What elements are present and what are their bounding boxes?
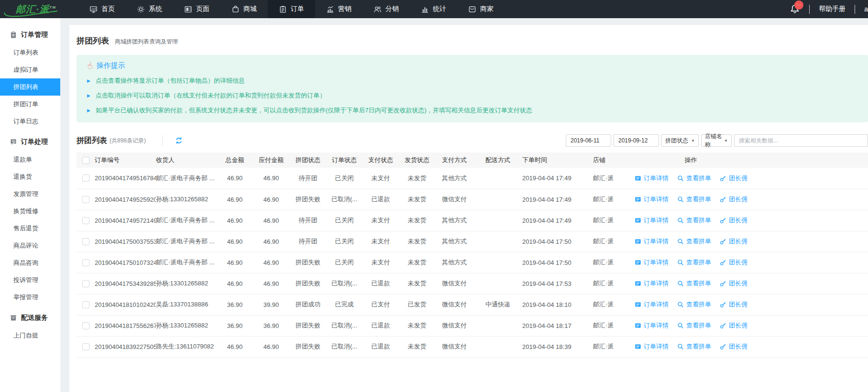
date-to-input[interactable]: [614, 134, 659, 147]
sidebar-entry[interactable]: 售后退货: [0, 220, 60, 237]
sidebar-entry[interactable]: 拼团列表: [0, 78, 60, 96]
group-status-select[interactable]: 拼团状态 ▼: [661, 134, 699, 147]
row-checkbox[interactable]: [82, 196, 89, 203]
order-detail-button[interactable]: 订单详情: [635, 321, 669, 330]
magnifier-icon: [677, 343, 684, 350]
delivery-method-cell: [473, 168, 522, 189]
row-checkbox[interactable]: [82, 322, 89, 329]
search-input[interactable]: [734, 134, 868, 147]
order-no-cell: 201904041817556267: [95, 315, 156, 336]
date-from-input[interactable]: [566, 134, 611, 147]
receiver-cell: 孙杨:13301265882: [156, 315, 217, 336]
sidebar-entry[interactable]: 商品评论: [0, 237, 60, 254]
nav-item[interactable]: 营销: [315, 0, 363, 18]
order-detail-button[interactable]: 订单详情: [635, 174, 669, 183]
order-detail-button[interactable]: 订单详情: [635, 195, 669, 204]
order-time-cell: 2019-04-04 18:10: [522, 294, 589, 315]
view-group-button[interactable]: 查看拼单: [677, 279, 711, 288]
view-group-button[interactable]: 查看拼单: [677, 216, 711, 225]
row-checkbox-cell: [77, 336, 95, 357]
sidebar-entry[interactable]: 上门自提: [0, 327, 60, 344]
view-group-button[interactable]: 查看拼单: [677, 300, 711, 309]
sidebar-entry[interactable]: 订单处理: [0, 130, 60, 151]
filler-cell: [747, 315, 868, 336]
notification-bell-icon[interactable]: ···: [790, 4, 800, 14]
shop-cell: 邮汇·派: [589, 315, 635, 336]
listing-title: 拼团列表: [77, 136, 107, 146]
sidebar-entry[interactable]: 退款单: [0, 151, 60, 168]
sidebar-entry[interactable]: 订单管理: [0, 23, 60, 44]
shop-name-select[interactable]: 店铺名称 ▼: [701, 134, 732, 147]
row-checkbox[interactable]: [82, 217, 89, 224]
app-logo[interactable]: 邮汇·派TM: [0, 0, 72, 18]
order-detail-button[interactable]: 订单详情: [635, 342, 669, 351]
actions-cell: 订单详情 查看拼单 团长佣金: [635, 336, 747, 357]
delivery-method-cell: 中通快递: [473, 294, 522, 315]
select-all-checkbox[interactable]: [82, 157, 89, 164]
view-group-button[interactable]: 查看拼单: [677, 321, 711, 330]
group-status-cell: 待开团: [290, 210, 326, 231]
nav-item[interactable]: 统计: [410, 0, 457, 18]
triangle-bullet-icon: ▶: [87, 79, 90, 83]
filler-cell: [747, 273, 868, 294]
leader-commission-button[interactable]: 团长佣金: [720, 174, 747, 183]
column-header: 应付金额: [253, 152, 290, 168]
order-detail-button[interactable]: 订单详情: [635, 216, 669, 225]
view-group-button[interactable]: 查看拼单: [677, 258, 711, 267]
row-checkbox[interactable]: [82, 301, 89, 308]
order-detail-button[interactable]: 订单详情: [635, 279, 669, 288]
view-group-button[interactable]: 查看拼单: [677, 342, 711, 351]
sidebar-entry[interactable]: 投诉管理: [0, 272, 60, 289]
nav-item-icon: [137, 5, 145, 13]
help-manual-link[interactable]: 帮助手册: [819, 5, 846, 13]
sidebar-entry[interactable]: 商品咨询: [0, 254, 60, 272]
group-status-cell: 拼团失败: [290, 315, 326, 336]
leader-commission-button[interactable]: 团长佣金: [720, 300, 747, 309]
sidebar-entry[interactable]: 配送服务: [0, 306, 60, 327]
nav-item[interactable]: 系统: [126, 0, 173, 18]
sidebar-entry[interactable]: 发票管理: [0, 185, 60, 203]
row-checkbox[interactable]: [82, 343, 89, 350]
pay-status-cell: 未支付: [363, 252, 399, 273]
leader-commission-button[interactable]: 团长佣金: [720, 342, 747, 351]
view-group-button[interactable]: 查看拼单: [677, 237, 711, 246]
sidebar-entry[interactable]: 换货维修: [0, 203, 60, 220]
order-detail-button[interactable]: 订单详情: [635, 300, 669, 309]
sidebar-entry[interactable]: 虚拟订单: [0, 61, 60, 78]
leader-commission-button[interactable]: 团长佣金: [720, 216, 747, 225]
sidebar-entry[interactable]: 订单列表: [0, 44, 60, 61]
nav-item[interactable]: 商城: [220, 0, 268, 18]
sidebar-entry[interactable]: 举报管理: [0, 289, 60, 306]
leader-commission-button[interactable]: 团长佣金: [720, 237, 747, 246]
nav-item[interactable]: 商家: [457, 0, 505, 18]
nav-item[interactable]: 页面: [173, 0, 220, 18]
row-checkbox[interactable]: [82, 238, 89, 245]
key-icon: [720, 238, 726, 245]
sidebar-entry[interactable]: 退换货: [0, 168, 60, 185]
nav-item[interactable]: 订单: [268, 0, 315, 18]
refresh-icon[interactable]: [175, 137, 183, 144]
nav-item[interactable]: 分销: [363, 0, 410, 18]
order-detail-button[interactable]: 订单详情: [635, 258, 669, 267]
leader-commission-label: 团长佣金: [729, 321, 747, 330]
nav-item[interactable]: 首页: [78, 0, 126, 18]
key-icon: [720, 217, 726, 224]
row-checkbox[interactable]: [82, 174, 89, 182]
leader-commission-button[interactable]: 团长佣金: [720, 321, 747, 330]
leader-commission-button[interactable]: 团长佣金: [720, 258, 747, 267]
sidebar-entry-label: 虚拟订单: [13, 66, 38, 73]
sidebar-entry[interactable]: 订单日志: [0, 113, 60, 130]
view-group-button[interactable]: 查看拼单: [677, 174, 711, 183]
leader-commission-label: 团长佣金: [729, 342, 747, 351]
order-detail-button[interactable]: 订单详情: [635, 237, 669, 246]
row-checkbox[interactable]: [82, 259, 89, 266]
user-menu[interactable]: a: [864, 5, 868, 13]
leader-commission-button[interactable]: 团长佣金: [720, 279, 747, 288]
leader-commission-button[interactable]: 团长佣金: [720, 195, 747, 204]
view-group-button[interactable]: 查看拼单: [677, 195, 711, 204]
table-row: 201904041750107324 邮汇·派电子商务部 ... 46.90 4…: [77, 252, 868, 273]
sidebar-entry[interactable]: 拼团订单: [0, 96, 60, 113]
row-checkbox[interactable]: [82, 280, 89, 287]
sidebar-entry-label: 退换货: [13, 173, 32, 180]
group-status-cell: 拼团成功: [290, 294, 326, 315]
